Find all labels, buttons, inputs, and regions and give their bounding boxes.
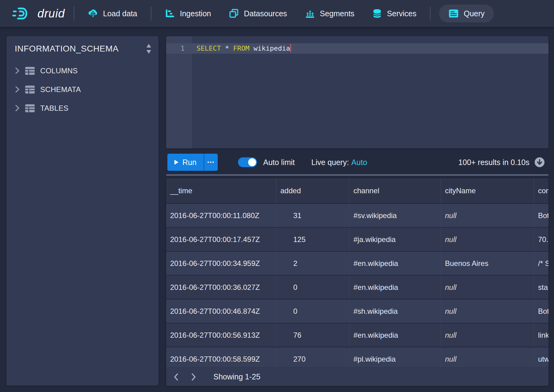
run-label: Run: [182, 158, 197, 167]
run-more-button[interactable]: •••: [204, 154, 218, 171]
cell--time[interactable]: 2016-06-27T00:00:11.080Z: [166, 204, 276, 227]
top-navbar: druid Load data IngestionDatasourcesSegm…: [0, 0, 554, 27]
cell-comment[interactable]: 70.: [534, 228, 548, 251]
cell-added[interactable]: 0: [276, 276, 349, 299]
prev-page-button[interactable]: [172, 371, 181, 383]
cloud-upload-icon: [88, 9, 98, 18]
column-header-cityname[interactable]: cityName: [441, 178, 534, 203]
auto-limit-toggle[interactable]: [238, 157, 257, 167]
nav-item-ingestion[interactable]: Ingestion: [160, 5, 216, 22]
cell--time[interactable]: 2016-06-27T00:00:46.874Z: [166, 300, 276, 323]
table-row: 2016-06-27T00:00:34.959Z2#en.wikipediaBu…: [166, 252, 548, 276]
cell-cityname[interactable]: null: [441, 228, 534, 251]
cell-added[interactable]: 0: [276, 300, 349, 323]
cell-channel[interactable]: #sv.wikipedia: [349, 204, 441, 227]
table-row: 2016-06-27T00:00:36.027Z0#en.wikipedianu…: [166, 276, 548, 300]
segmented-bars-icon: [305, 9, 315, 18]
next-page-button[interactable]: [189, 371, 198, 383]
cell-channel[interactable]: #sh.wikipedia: [349, 300, 441, 323]
sidebar-item-columns[interactable]: COLUMNS: [6, 61, 158, 80]
nav-item-label: Ingestion: [180, 9, 211, 18]
sql-token-plain: *: [221, 44, 233, 52]
sql-editor[interactable]: 1 SELECT * FROM wikipedia: [166, 36, 548, 148]
cell-added[interactable]: 31: [276, 204, 349, 227]
chevron-right-icon: [15, 67, 20, 74]
cell-cityname[interactable]: null: [441, 348, 534, 368]
nav-item-datasources[interactable]: Datasources: [224, 5, 292, 22]
sidebar-item-schemata[interactable]: SCHEMATA: [6, 80, 158, 99]
cell-comment[interactable]: Bot: [534, 204, 548, 227]
double-caret-vertical-icon[interactable]: [145, 43, 152, 55]
cell-channel[interactable]: #pl.wikipedia: [349, 348, 441, 368]
column-header--time[interactable]: __time: [166, 178, 276, 203]
auto-limit-label: Auto limit: [263, 158, 295, 167]
text-cursor: [290, 44, 291, 52]
cell-added[interactable]: 76: [276, 324, 349, 347]
sql-token-plain: wikipedia: [249, 44, 290, 52]
cell-channel[interactable]: #en.wikipedia: [349, 252, 441, 275]
cell-cityname[interactable]: Buenos Aires: [441, 252, 534, 275]
download-icon[interactable]: [534, 157, 545, 167]
database-icon: [372, 9, 382, 18]
table-row: 2016-06-27T00:00:46.874Z0#sh.wikipedianu…: [166, 300, 548, 324]
pagination-bar: Showing 1-25: [166, 368, 548, 386]
nav-group-mid: IngestionDatasourcesSegmentsServices: [160, 5, 421, 22]
nav-item-services[interactable]: Services: [367, 5, 421, 22]
cell-cityname[interactable]: null: [441, 324, 534, 347]
nav-item-segments[interactable]: Segments: [300, 5, 360, 22]
sql-code-line[interactable]: SELECT * FROM wikipedia: [197, 43, 291, 54]
live-query: Live query:Auto: [311, 158, 367, 167]
cell--time[interactable]: 2016-06-27T00:00:36.027Z: [166, 276, 276, 299]
cell-channel[interactable]: #ja.wikipedia: [349, 228, 441, 251]
table-row: 2016-06-27T00:00:56.913Z76#en.wikipedian…: [166, 324, 548, 348]
cell-comment[interactable]: Bot: [534, 300, 548, 323]
cell-comment[interactable]: sta: [534, 276, 548, 299]
nav-item-load-data[interactable]: Load data: [83, 5, 142, 22]
results-summary: 100+ results in 0.10s: [458, 158, 529, 167]
results-table: __timeaddedchannelcityNamecomment 2016-0…: [166, 178, 548, 368]
cell-comment[interactable]: link: [534, 324, 548, 347]
table-row: 2016-06-27T00:00:58.599Z270#pl.wikipedia…: [166, 348, 548, 368]
nav-item-query[interactable]: Query: [439, 5, 494, 22]
cell--time[interactable]: 2016-06-27T00:00:56.913Z: [166, 324, 276, 347]
column-header-added[interactable]: added: [276, 178, 349, 203]
tree-item-label: TABLES: [40, 104, 68, 113]
cell-cityname[interactable]: null: [441, 204, 534, 227]
cell-added[interactable]: 125: [276, 228, 349, 251]
stacked-squares-icon: [229, 9, 239, 18]
nav-group-right: Query: [439, 5, 494, 22]
column-header-channel[interactable]: channel: [349, 178, 441, 203]
cell-added[interactable]: 270: [276, 348, 349, 368]
nav-item-label: Query: [464, 9, 485, 18]
live-query-value[interactable]: Auto: [351, 158, 367, 167]
druid-brand[interactable]: druid: [12, 6, 65, 21]
cell-comment[interactable]: utw: [534, 348, 548, 368]
chevron-right-icon: [15, 105, 20, 112]
live-query-label: Live query:: [311, 158, 349, 167]
sql-token-keyword: SELECT: [197, 44, 221, 52]
schema-title: INFORMATION_SCHEMA: [15, 44, 119, 54]
table-icon: [25, 67, 35, 75]
query-toolbar: Run ••• Auto limit Live query:Auto 100+ …: [166, 153, 548, 171]
console-icon: [448, 9, 459, 18]
cell--time[interactable]: 2016-06-27T00:00:34.959Z: [166, 252, 276, 275]
column-header-comment[interactable]: comment: [534, 178, 548, 203]
cell-comment[interactable]: /* S: [534, 252, 548, 275]
cell-channel[interactable]: #en.wikipedia: [349, 324, 441, 347]
navbar-divider: [430, 6, 431, 21]
cell--time[interactable]: 2016-06-27T00:00:17.457Z: [166, 228, 276, 251]
cell-channel[interactable]: #en.wikipedia: [349, 276, 441, 299]
results-panel: __timeaddedchannelcityNamecomment 2016-0…: [166, 178, 548, 386]
druid-logo-icon: [12, 6, 31, 21]
nav-item-label: Services: [387, 9, 416, 18]
cell-cityname[interactable]: null: [441, 300, 534, 323]
cell--time[interactable]: 2016-06-27T00:00:58.599Z: [166, 348, 276, 368]
cell-added[interactable]: 2: [276, 252, 349, 275]
nav-item-label: Segments: [320, 9, 355, 18]
tree-item-label: COLUMNS: [40, 67, 78, 75]
sidebar-item-tables[interactable]: TABLES: [6, 99, 158, 117]
cell-cityname[interactable]: null: [441, 276, 534, 299]
run-button[interactable]: Run: [167, 154, 204, 171]
panel-resize-handle[interactable]: [166, 174, 548, 176]
toggle-knob: [248, 158, 256, 166]
